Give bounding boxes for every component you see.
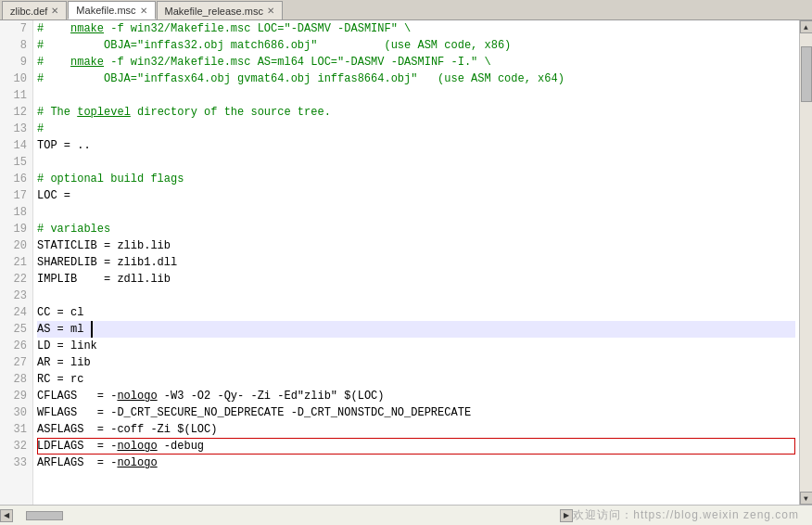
code-line-7: # nmake -f win32/Makefile.msc LOC="-DASM…	[37, 20, 795, 37]
line-num-27: 27	[6, 354, 27, 371]
line-num-12: 12	[6, 104, 27, 121]
editor: zlibc.def✕Makefile.msc✕Makefile_release.…	[0, 0, 812, 525]
scroll-right-arrow[interactable]: ▶	[560, 509, 573, 522]
code-line-23	[37, 288, 795, 304]
code-line-18	[37, 204, 795, 221]
scroll-down-arrow[interactable]: ▼	[800, 492, 813, 505]
line-num-7: 7	[6, 20, 27, 37]
bottom-bar: ◀ ▶ 欢迎访问：https://blog.weixin zeng.com	[0, 505, 812, 525]
code-line-30: WFLAGS = -D_CRT_SECURE_NO_DEPRECATE -D_C…	[37, 404, 795, 421]
code-line-31: ASFLAGS = -coff -Zi $(LOC)	[37, 421, 795, 438]
line-num-10: 10	[6, 70, 27, 87]
tab-label-2: Makefile_release.msc	[165, 6, 263, 17]
scrollbar-vertical[interactable]: ▲ ▼	[799, 20, 812, 505]
line-num-15: 15	[6, 154, 27, 171]
tab-label-0: zlibc.def	[10, 6, 47, 17]
code-line-24: CC = cl	[37, 304, 795, 321]
line-num-25: 25	[6, 321, 27, 338]
code-line-22: IMPLIB = zdll.lib	[37, 271, 795, 288]
code-line-29: CFLAGS = -nologo -W3 -O2 -Qy- -Zi -Ed"zl…	[37, 388, 795, 404]
line-num-8: 8	[6, 37, 27, 54]
line-num-29: 29	[6, 388, 27, 404]
code-line-11	[37, 87, 795, 104]
code-line-10: # OBJA="inffasx64.obj gvmat64.obj inffas…	[37, 70, 795, 87]
code-line-26: LD = link	[37, 338, 795, 354]
code-line-17: LOC =	[37, 187, 795, 204]
tab-bar: zlibc.def✕Makefile.msc✕Makefile_release.…	[0, 0, 812, 20]
tab-0[interactable]: zlibc.def✕	[2, 1, 67, 19]
line-num-19: 19	[6, 221, 27, 237]
code-line-32: LDFLAGS = -nologo -debug	[37, 438, 795, 455]
code-line-28: RC = rc	[37, 371, 795, 388]
code-line-20: STATICLIB = zlib.lib	[37, 237, 795, 254]
line-num-11: 11	[6, 87, 27, 104]
line-num-13: 13	[6, 121, 27, 137]
tab-close-0[interactable]: ✕	[51, 6, 58, 16]
line-num-20: 20	[6, 237, 27, 254]
editor-body: 7891011121314151617181920212223242526272…	[0, 20, 812, 505]
code-line-12: # The toplevel directory of the source t…	[37, 104, 795, 121]
line-num-26: 26	[6, 338, 27, 354]
code-line-15	[37, 154, 795, 171]
line-num-18: 18	[6, 204, 27, 221]
tab-label-1: Makefile.msc	[76, 5, 135, 16]
code-line-16: # optional build flags	[37, 171, 795, 187]
code-area[interactable]: # nmake -f win32/Makefile.msc LOC="-DASM…	[33, 20, 799, 505]
tab-close-2[interactable]: ✕	[267, 6, 274, 16]
line-num-30: 30	[6, 404, 27, 421]
tab-1[interactable]: Makefile.msc✕	[68, 1, 155, 19]
tab-2[interactable]: Makefile_release.msc✕	[157, 1, 283, 19]
scroll-thumb[interactable]	[801, 46, 812, 102]
line-num-28: 28	[6, 371, 27, 388]
watermark: 欢迎访问：https://blog.weixin zeng.com	[573, 507, 799, 523]
line-num-31: 31	[6, 421, 27, 438]
line-num-32: 32	[6, 438, 27, 455]
line-num-14: 14	[6, 137, 27, 154]
scroll-left-arrow[interactable]: ◀	[0, 509, 13, 522]
line-num-21: 21	[6, 254, 27, 271]
scroll-up-arrow[interactable]: ▲	[800, 20, 813, 33]
code-line-27: AR = lib	[37, 354, 795, 371]
line-numbers: 7891011121314151617181920212223242526272…	[0, 20, 33, 505]
line-num-16: 16	[6, 171, 27, 187]
code-line-33: ARFLAGS = -nologo	[37, 455, 795, 471]
line-num-23: 23	[6, 288, 27, 304]
code-line-14: TOP = ..	[37, 137, 795, 154]
line-num-22: 22	[6, 271, 27, 288]
line-num-17: 17	[6, 187, 27, 204]
line-num-9: 9	[6, 54, 27, 70]
line-num-24: 24	[6, 304, 27, 321]
line-num-33: 33	[6, 455, 27, 471]
code-line-13: #	[37, 121, 795, 137]
code-line-9: # nmake -f win32/Makefile.msc AS=ml64 LO…	[37, 54, 795, 70]
scroll-h-thumb[interactable]	[26, 511, 63, 520]
code-line-8: # OBJA="inffas32.obj match686.obj" (use …	[37, 37, 795, 54]
scrollbar-horizontal[interactable]: ◀ ▶	[0, 506, 573, 525]
tab-close-1[interactable]: ✕	[140, 6, 147, 16]
code-line-21: SHAREDLIB = zlib1.dll	[37, 254, 795, 271]
code-line-19: # variables	[37, 221, 795, 237]
code-line-25: AS = ml	[37, 321, 795, 338]
